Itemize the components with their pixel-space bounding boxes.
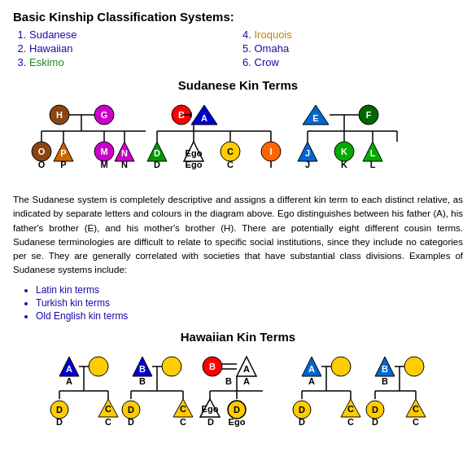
svg-point-75 <box>162 357 181 376</box>
svg-text:C: C <box>105 417 111 427</box>
svg-text:D: D <box>154 148 160 158</box>
svg-text:P: P <box>60 160 66 169</box>
svg-point-70 <box>89 357 108 376</box>
svg-text:Ego: Ego <box>185 160 202 169</box>
svg-text:D: D <box>299 417 305 427</box>
svg-point-88 <box>331 357 351 376</box>
svg-text:C: C <box>413 417 419 427</box>
bullet-latin[interactable]: Latin kin terms <box>36 284 463 296</box>
svg-text:G: G <box>100 110 107 120</box>
svg-text:K: K <box>341 160 347 169</box>
svg-text:Ego: Ego <box>201 404 218 414</box>
svg-text:D: D <box>372 417 378 427</box>
svg-text:A: A <box>243 364 250 374</box>
page-title: Basic Kinship Classification Systems: <box>13 10 463 24</box>
svg-text:B: B <box>225 376 232 386</box>
list-item-iroquois[interactable]: Iroquois <box>255 29 464 41</box>
svg-text:I: I <box>269 160 272 169</box>
sudanese-diagram: H G B A E F <box>13 97 463 187</box>
svg-text:H: H <box>56 110 63 120</box>
svg-text:B: B <box>382 376 388 386</box>
hawaiian-section-title: Hawaiian Kin Terms <box>13 330 463 344</box>
svg-text:J: J <box>304 160 309 169</box>
svg-text:D: D <box>234 405 240 415</box>
svg-point-93 <box>404 357 424 376</box>
svg-text:D: D <box>56 417 63 427</box>
svg-text:C: C <box>227 160 234 169</box>
svg-text:B: B <box>139 364 146 374</box>
examples-list: Latin kin terms Turkish kin terms Old En… <box>36 284 463 322</box>
svg-text:D: D <box>128 417 134 427</box>
svg-text:K: K <box>341 147 347 156</box>
list-item-eskimo[interactable]: Eskimo <box>29 56 238 68</box>
svg-text:F: F <box>365 110 371 120</box>
list-item-omaha[interactable]: Omaha <box>255 42 464 55</box>
sudanese-description: The Sudanese system is completely descri… <box>13 193 463 278</box>
svg-text:D: D <box>207 417 214 427</box>
svg-text:D: D <box>128 405 134 415</box>
svg-text:D: D <box>372 405 378 415</box>
svg-text:B: B <box>382 364 388 374</box>
svg-text:L: L <box>369 148 375 158</box>
sudanese-section-title: Sudanese Kin Terms <box>13 78 463 92</box>
svg-text:D: D <box>154 160 160 169</box>
svg-text:M: M <box>100 160 107 169</box>
svg-text:B: B <box>209 362 216 371</box>
svg-text:C: C <box>347 404 354 414</box>
bullet-old-english[interactable]: Old English kin terms <box>36 310 463 322</box>
svg-text:A: A <box>308 376 315 386</box>
svg-text:N: N <box>121 148 128 158</box>
svg-text:C: C <box>413 404 419 414</box>
svg-text:D: D <box>299 405 305 415</box>
list-left: Sudanese Hawaiian Eskimo <box>13 29 238 70</box>
svg-text:C: C <box>180 417 186 427</box>
list-item-sudanese[interactable]: Sudanese <box>29 29 238 41</box>
svg-text:J: J <box>304 148 309 158</box>
bullet-turkish[interactable]: Turkish kin terms <box>36 297 463 309</box>
svg-text:I: I <box>269 147 272 156</box>
svg-text:M: M <box>100 147 107 156</box>
hawaiian-diagram: A A B B B A B A A A B B <box>13 349 463 434</box>
svg-text:A: A <box>243 376 250 386</box>
svg-text:C: C <box>227 147 234 156</box>
svg-text:N: N <box>121 160 128 169</box>
list-item-hawaiian[interactable]: Hawaiian <box>29 42 238 55</box>
svg-text:A: A <box>201 113 207 123</box>
svg-text:C: C <box>105 404 111 414</box>
svg-text:Ego: Ego <box>185 148 202 158</box>
svg-text:E: E <box>312 113 318 123</box>
svg-text:A: A <box>66 376 72 386</box>
svg-text:L: L <box>369 160 375 169</box>
svg-text:C: C <box>180 404 186 414</box>
svg-text:B: B <box>139 376 146 386</box>
svg-text:P: P <box>60 148 66 158</box>
classification-list: Sudanese Hawaiian Eskimo Iroquois Omaha … <box>13 29 463 70</box>
svg-text:A: A <box>66 364 72 374</box>
svg-text:C: C <box>347 417 354 427</box>
svg-text:A: A <box>308 364 315 374</box>
svg-text:O: O <box>37 160 45 169</box>
list-right: Iroquois Omaha Crow <box>238 29 464 70</box>
svg-text:D: D <box>56 405 63 415</box>
list-item-crow[interactable]: Crow <box>255 56 464 68</box>
svg-text:O: O <box>37 147 45 156</box>
svg-text:Ego: Ego <box>228 417 245 427</box>
